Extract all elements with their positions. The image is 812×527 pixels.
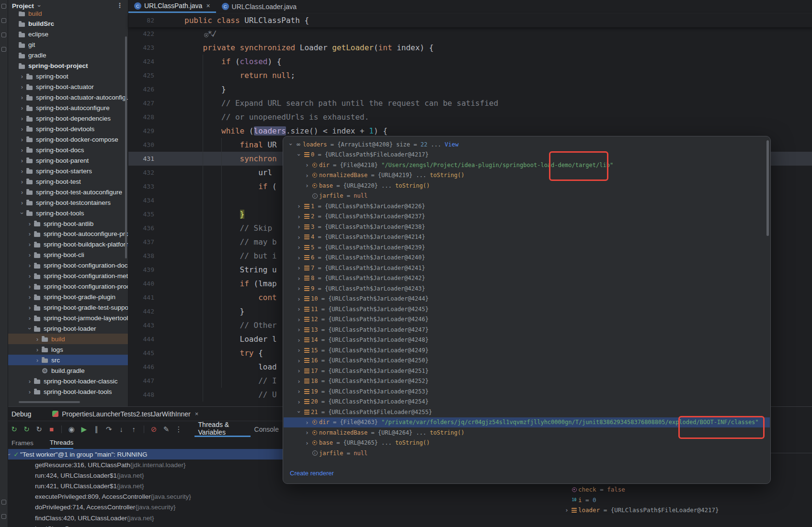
tree-item-spring-boot-docs[interactable]: spring-boot-docs <box>8 145 128 155</box>
variable-row-17[interactable]: 12 = {URLClassPath$JarLoader@4246} <box>284 314 770 325</box>
chevron-right-icon[interactable] <box>296 254 302 261</box>
mute-breakpoints-icon[interactable]: ⊘ <box>150 425 158 434</box>
tab-urlclasspath-java[interactable]: URLClassPath.java× <box>128 0 216 13</box>
chevron-right-icon[interactable] <box>304 182 310 189</box>
code-line-428[interactable]: 428 // or unopenedUrls is exhausted. <box>128 110 812 124</box>
close-icon[interactable]: × <box>206 2 210 10</box>
variable-row-21[interactable]: 16 = {URLClassPath$JarLoader@4250} <box>284 356 770 366</box>
chevron-right-icon[interactable] <box>19 199 25 206</box>
popup-scrollbar[interactable] <box>766 140 769 236</box>
chevron-right-icon[interactable] <box>296 336 302 344</box>
step-over-icon[interactable]: ↷ <box>105 425 113 434</box>
chevron-right-icon[interactable] <box>296 316 302 323</box>
project-tree-vertical-scrollbar[interactable] <box>125 36 127 258</box>
tree-item-spring-boot-jarmode-layertools[interactable]: spring-boot-jarmode-layertools <box>8 313 128 324</box>
restart-debug-icon[interactable]: ↻ <box>35 425 43 434</box>
chevron-right-icon[interactable] <box>34 357 41 364</box>
chevron-right-icon[interactable] <box>304 429 310 436</box>
variable-row-23[interactable]: 18 = {URLClassPath$JarLoader@4252} <box>284 376 770 387</box>
tree-item-src[interactable]: src <box>8 355 128 365</box>
line-number[interactable]: 432 <box>128 169 154 176</box>
chevron-right-icon[interactable] <box>19 189 25 196</box>
tree-item-spring-boot-loader[interactable]: spring-boot-loader <box>8 324 128 334</box>
variable-row-7[interactable]: 2 = {URLClassPath$JarLoader@4237} <box>284 212 770 222</box>
variable-row-0[interactable]: loaders = {ArrayList@4208} size = 22 ...… <box>284 139 770 150</box>
project-icon[interactable] <box>1 4 6 9</box>
project-tree-horizontal-scrollbar[interactable] <box>19 401 80 403</box>
frame-executeprivileged[interactable]: executePrivileged:809, AccessController … <box>35 492 283 502</box>
chevron-right-icon[interactable] <box>19 115 25 122</box>
chevron-right-icon[interactable] <box>296 388 302 395</box>
code-line-426[interactable]: 426 } <box>128 82 812 96</box>
tree-item-spring-boot-loader-classic[interactable]: spring-boot-loader-classic <box>8 376 128 386</box>
chevron-right-icon[interactable] <box>26 388 33 395</box>
variable-row-24[interactable]: 19 = {URLClassPath$JarLoader@4253} <box>284 386 770 397</box>
line-number[interactable]: 436 <box>128 224 154 232</box>
line-number[interactable]: 437 <box>128 238 154 246</box>
tree-item-spring-boot-autoconfigure[interactable]: spring-boot-autoconfigure <box>8 103 128 113</box>
tab-threads-variables[interactable]: Threads & Variables <box>194 421 251 437</box>
tab-console[interactable]: Console <box>251 421 283 437</box>
link-view[interactable]: View <box>445 141 458 148</box>
line-number[interactable]: 442 <box>128 308 154 315</box>
line-number[interactable]: 429 <box>128 127 154 135</box>
tab-urlclassloader-java[interactable]: URLClassLoader.java <box>216 0 302 13</box>
tree-item-buildsrc[interactable]: buildSrc <box>8 19 128 29</box>
resume-icon[interactable]: ▶ <box>80 425 88 434</box>
variable-row-5[interactable]: jarfile = null <box>284 191 770 202</box>
variable-row-11[interactable]: 6 = {URLClassPath$JarLoader@4240} <box>284 253 770 263</box>
chevron-right-icon[interactable] <box>26 262 33 269</box>
variable-row-15[interactable]: 10 = {URLClassPath$JarLoader@4244} <box>284 294 770 304</box>
line-number[interactable]: 430 <box>128 141 154 148</box>
rerun-failed-tests-icon[interactable]: ↻ <box>23 425 30 434</box>
variable-row-9[interactable]: 4 = {URLClassPath$JarLoader@4214} <box>284 232 770 243</box>
bookmarks-icon[interactable] <box>1 47 6 52</box>
line-number[interactable]: 446 <box>128 363 154 370</box>
code-line-425[interactable]: 425 return null; <box>128 68 812 82</box>
line-number[interactable]: 441 <box>128 294 154 301</box>
tree-item-spring-boot-configuration-processor[interactable]: spring-boot-configuration-processor <box>8 281 128 292</box>
tree-item-spring-boot-parent[interactable]: spring-boot-parent <box>8 155 128 166</box>
chevron-right-icon[interactable] <box>19 104 25 112</box>
tab-threads[interactable]: Threads <box>50 437 74 449</box>
tree-item-spring-boot-dependencies[interactable]: spring-boot-dependencies <box>8 113 128 124</box>
variable-row-4[interactable]: base = {URL@4220} ... toString() <box>284 180 770 191</box>
chevron-right-icon[interactable] <box>296 347 302 354</box>
line-number[interactable]: 423 <box>128 44 154 51</box>
gear-icon[interactable] <box>204 32 216 39</box>
structure-icon[interactable] <box>1 33 6 37</box>
variable-row-6[interactable]: 1 = {URLClassPath$JarLoader@4226} <box>284 201 770 212</box>
line-number[interactable]: 448 <box>128 391 154 398</box>
chevron-right-icon[interactable] <box>26 293 33 301</box>
code-line-423[interactable]: 423 private synchronized Loader getLoade… <box>128 41 812 55</box>
line-number[interactable]: 435 <box>128 211 154 218</box>
tree-item-spring-boot-gradle-test-support[interactable]: spring-boot-gradle-test-support <box>8 303 128 313</box>
tree-item-logs[interactable]: logs <box>8 344 128 355</box>
debug-session-tab[interactable]: PropertiesLauncherTests2.testJarWithInne… <box>52 410 198 418</box>
chevron-right-icon[interactable] <box>26 220 33 227</box>
tree-item-spring-boot-test-autoconfigure[interactable]: spring-boot-test-autoconfigure <box>8 187 128 197</box>
variable-row-20[interactable]: 15 = {URLClassPath$JarLoader@4249} <box>284 345 770 356</box>
chevron-right-icon[interactable] <box>26 251 33 258</box>
tree-item-spring-boot-buildpack-platform[interactable]: spring-boot-buildpack-platform <box>8 239 128 250</box>
chevron-right-icon[interactable] <box>304 439 310 447</box>
tree-item-spring-boot-configuration-docs[interactable]: spring-boot-configuration-docs <box>8 260 128 271</box>
variable-row-8[interactable]: 3 = {URLClassPath$JarLoader@4238} <box>284 222 770 232</box>
step-out-icon[interactable]: ↑ <box>130 425 137 433</box>
line-number[interactable]: 427 <box>128 100 154 107</box>
tree-item-spring-boot-starters[interactable]: spring-boot-starters <box>8 166 128 176</box>
line-number[interactable]: 443 <box>128 322 154 329</box>
line-number[interactable]: 444 <box>128 336 154 343</box>
code-line-422[interactable]: 422 */ <box>128 27 812 41</box>
view-breakpoints-icon[interactable]: ◉ <box>68 425 75 434</box>
project-panel-header[interactable]: Project ⋮ <box>8 0 128 11</box>
variable-row-29[interactable]: base = {URL@4265} ... toString() <box>284 438 770 449</box>
chevron-right-icon[interactable] <box>296 357 302 364</box>
tree-item-gradle[interactable]: gradle <box>8 50 128 61</box>
code-line-424[interactable]: 424 if (closed) { <box>128 55 812 68</box>
chevron-right-icon[interactable] <box>19 94 25 101</box>
variable-2[interactable]: loader = {URLClassPath$FileLoader@4217} <box>563 505 812 516</box>
chevron-right-icon[interactable] <box>26 378 33 385</box>
tree-item-spring-boot-test[interactable]: spring-boot-test <box>8 176 128 187</box>
chevron-right-icon[interactable] <box>26 283 33 290</box>
